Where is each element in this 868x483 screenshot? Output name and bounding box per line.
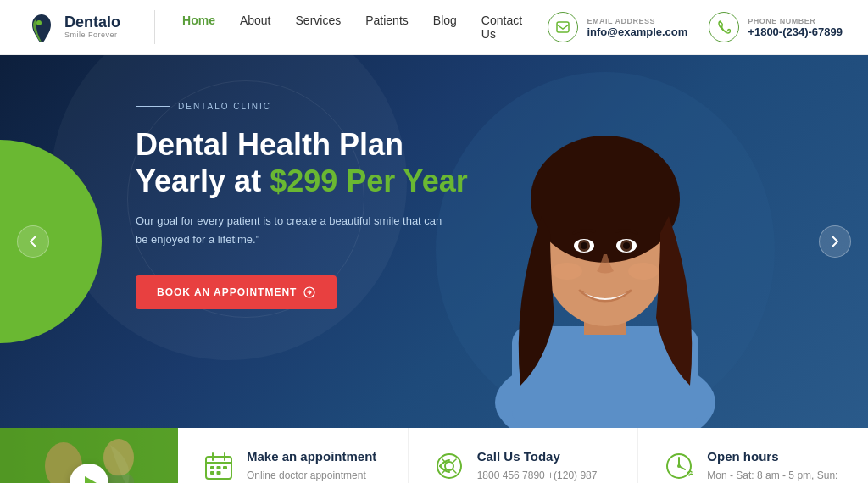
hero-section: DENTALO CLINIC Dental Health Plan Yearly… [0, 55, 868, 428]
email-text: EMAIL ADDRESS info@example.com [587, 17, 687, 38]
nav-services[interactable]: Services [286, 7, 352, 47]
hero-title: Dental Health Plan Yearly at $299 Per Ye… [136, 126, 492, 199]
svg-rect-30 [210, 471, 214, 475]
header-divider [154, 10, 155, 44]
prev-slide-button[interactable] [17, 225, 49, 258]
phone-contact: PHONE NUMBER +1800-(234)-67899 [709, 12, 843, 42]
svg-point-15 [552, 263, 582, 280]
appointment-text: Make an appointment Online doctor appoin… [247, 449, 382, 483]
hours-info-item: Open hours Mon - Sat: 8 am - 5 pm, Sun: … [638, 428, 868, 483]
svg-rect-31 [217, 471, 221, 475]
logo[interactable]: Dentalo Smile Forever [25, 11, 120, 43]
nav-home[interactable]: Home [172, 7, 225, 47]
book-appointment-button[interactable]: BOOK AN APPOINTMENT [136, 275, 337, 309]
calendar-icon [203, 451, 234, 483]
next-slide-button[interactable] [819, 225, 851, 258]
site-header: Dentalo Smile Forever Home About Service… [0, 0, 868, 55]
svg-rect-27 [210, 466, 214, 469]
phone-rotary-icon [434, 451, 465, 483]
svg-point-11 [581, 242, 587, 249]
svg-point-16 [628, 263, 659, 280]
svg-point-14 [623, 242, 630, 249]
play-icon [85, 476, 97, 483]
clock-icon [664, 451, 694, 483]
svg-rect-28 [217, 466, 221, 469]
logo-text: Dentalo Smile Forever [64, 14, 120, 40]
svg-rect-29 [223, 466, 227, 469]
svg-rect-1 [557, 22, 569, 32]
info-items: Make an appointment Online doctor appoin… [178, 428, 868, 483]
svg-point-37 [677, 464, 681, 468]
phone-text: PHONE NUMBER +1800-(234)-67899 [748, 17, 843, 38]
video-thumbnail[interactable] [0, 428, 178, 483]
nav-contact[interactable]: Contact Us [471, 7, 548, 47]
hero-content: DENTALO CLINIC Dental Health Plan Yearly… [136, 102, 492, 309]
main-nav: Home About Services Patients Blog Contac… [172, 7, 548, 47]
callus-info-item: Call Us Today 1800 456 7890 +(120) 987 4… [409, 428, 639, 483]
nav-patients[interactable]: Patients [355, 7, 419, 47]
svg-point-8 [531, 136, 680, 263]
header-contact: EMAIL ADDRESS info@example.com PHONE NUM… [548, 12, 843, 42]
nav-about[interactable]: About [230, 7, 281, 47]
pre-title-line [136, 106, 170, 108]
bottom-info-strip: Make an appointment Online doctor appoin… [0, 428, 868, 483]
email-icon [548, 12, 578, 42]
arrow-circle-icon [303, 286, 315, 298]
hours-text: Open hours Mon - Sat: 8 am - 5 pm, Sun: … [707, 449, 843, 483]
phone-icon [709, 12, 739, 42]
nav-blog[interactable]: Blog [423, 7, 467, 47]
hero-description: Our goal for every patient is to create … [136, 212, 449, 249]
appointment-info-item: Make an appointment Online doctor appoin… [178, 428, 409, 483]
email-contact: EMAIL ADDRESS info@example.com [548, 12, 687, 42]
hero-pre-title: DENTALO CLINIC [136, 102, 492, 111]
callus-text: Call Us Today 1800 456 7890 +(120) 987 4… [477, 449, 613, 483]
svg-point-0 [36, 20, 42, 25]
logo-icon [25, 11, 58, 43]
